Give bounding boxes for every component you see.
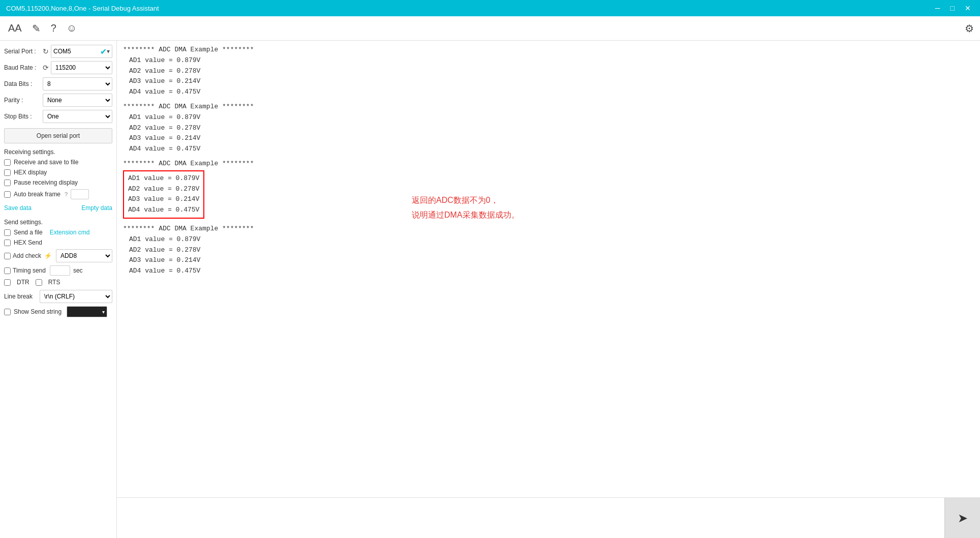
output-header-3: ******** ADC DMA Example ********: [123, 224, 974, 234]
maximize-button[interactable]: □: [947, 3, 958, 13]
parity-label: Parity :: [4, 97, 41, 104]
serial-port-value: COM5: [53, 48, 100, 55]
output-line: AD2 value = 0.278V: [123, 66, 974, 77]
dtr-rts-row: DTR RTS: [4, 279, 112, 286]
send-input[interactable]: [117, 498, 944, 538]
send-file-checkbox[interactable]: [4, 229, 11, 236]
parity-row: Parity : None: [4, 94, 112, 107]
output-line: AD4 value = 0.475V: [128, 205, 199, 216]
content-area: ******** ADC DMA Example ********AD1 val…: [117, 41, 980, 538]
color-selector[interactable]: ▾: [67, 306, 107, 317]
dtr-checkbox[interactable]: [4, 279, 11, 286]
baud-rate-label: Baud Rate :: [4, 64, 41, 71]
extension-cmd-link[interactable]: Extension cmd: [50, 229, 90, 236]
timing-send-row: Timing send 1.0 sec: [4, 265, 112, 276]
serial-port-row: Serial Port : ↻ COM5 ✔ ▾: [4, 45, 112, 58]
sidebar: Serial Port : ↻ COM5 ✔ ▾ Baud Rate : ⟳ 1…: [0, 41, 117, 538]
output-line: AD4 value = 0.475V: [123, 266, 974, 277]
line-break-row: Line break \r\n (CRLF): [4, 290, 112, 303]
close-button[interactable]: ✕: [962, 3, 974, 13]
output-line: AD1 value = 0.879V: [128, 173, 199, 184]
timing-value-input[interactable]: 1.0: [50, 265, 70, 276]
auto-break-frame-checkbox[interactable]: [4, 191, 11, 198]
auto-break-frame-label: Auto break frame: [14, 191, 60, 198]
stop-bits-select[interactable]: One: [43, 110, 112, 123]
receive-save-file-checkbox[interactable]: [4, 159, 11, 166]
output-block-0: ******** ADC DMA Example ********AD1 val…: [123, 45, 974, 98]
output-block-1: ******** ADC DMA Example ********AD1 val…: [123, 102, 974, 155]
edit-icon[interactable]: ✎: [30, 20, 43, 37]
output-line: AD4 value = 0.475V: [123, 144, 974, 155]
hex-send-checkbox[interactable]: [4, 240, 11, 246]
title-bar: COM5,115200,None,8,One - Serial Debug As…: [0, 0, 980, 16]
font-icon[interactable]: AA: [6, 20, 24, 36]
output-line: AD1 value = 0.879V: [123, 55, 974, 66]
output-line: AD1 value = 0.879V: [123, 112, 974, 123]
empty-data-link[interactable]: Empty data: [81, 204, 112, 212]
refresh-icon[interactable]: ↻: [43, 47, 49, 55]
receive-save-file-label: Receive and save to file: [14, 159, 78, 166]
auto-break-help-icon[interactable]: ?: [65, 191, 68, 197]
output-line: AD3 value = 0.214V: [123, 255, 974, 266]
send-file-label: Send a file: [14, 229, 43, 236]
output-line: AD1 value = 0.879V: [123, 234, 974, 245]
show-send-string-checkbox[interactable]: [4, 309, 11, 315]
data-bits-select[interactable]: 8: [43, 77, 112, 91]
show-send-string-row: Show Send string ▾: [4, 306, 112, 317]
parity-select[interactable]: None: [43, 94, 112, 107]
add-check-checkbox[interactable]: [4, 253, 11, 259]
toolbar-left: AA ✎ ? ☺: [6, 20, 79, 37]
hex-send-row: HEX Send: [4, 239, 112, 246]
output-block-3: ******** ADC DMA Example ********AD1 val…: [123, 224, 974, 277]
show-send-string-label: Show Send string: [14, 308, 62, 315]
add-check-select[interactable]: ADD8: [56, 249, 112, 262]
timing-send-checkbox[interactable]: [4, 267, 11, 274]
send-button[interactable]: ➤: [944, 498, 980, 538]
output-line: AD2 value = 0.278V: [123, 245, 974, 256]
send-area: ➤: [117, 497, 980, 538]
pause-receiving-checkbox[interactable]: [4, 180, 11, 186]
output-line: AD3 value = 0.214V: [128, 194, 199, 205]
stop-bits-row: Stop Bits : One: [4, 110, 112, 123]
rts-checkbox[interactable]: [36, 279, 42, 286]
pause-receiving-row: Pause receiving display: [4, 179, 112, 186]
pause-receiving-label: Pause receiving display: [14, 179, 78, 186]
send-settings-title: Send settings.: [4, 219, 112, 226]
open-serial-port-button[interactable]: Open serial port: [4, 128, 112, 143]
output-line: AD3 value = 0.214V: [123, 76, 974, 87]
help-icon[interactable]: ?: [49, 20, 58, 36]
data-bits-row: Data Bits : 8: [4, 77, 112, 91]
line-break-select[interactable]: \r\n (CRLF): [40, 290, 112, 303]
rts-label: RTS: [48, 279, 60, 286]
data-actions-row: Save data Empty data: [4, 204, 112, 212]
serial-port-control[interactable]: COM5 ✔ ▾: [51, 45, 112, 58]
output-block-2: ******** ADC DMA Example ********AD1 val…: [123, 159, 974, 220]
receive-save-file-row: Receive and save to file: [4, 159, 112, 166]
hex-display-checkbox[interactable]: [4, 169, 11, 176]
window-title: COM5,115200,None,8,One - Serial Debug As…: [6, 5, 159, 12]
frame-value-input[interactable]: 20: [71, 189, 89, 199]
output-line: AD4 value = 0.475V: [123, 87, 974, 98]
minimize-button[interactable]: ─: [932, 3, 943, 13]
highlighted-block: AD1 value = 0.879VAD2 value = 0.278VAD3 …: [123, 170, 204, 219]
data-bits-label: Data Bits :: [4, 80, 41, 87]
main-layout: Serial Port : ↻ COM5 ✔ ▾ Baud Rate : ⟳ 1…: [0, 41, 980, 538]
hex-display-label: HEX display: [14, 169, 47, 176]
baud-rate-row: Baud Rate : ⟳ 115200: [4, 61, 112, 74]
output-line: AD3 value = 0.214V: [123, 133, 974, 144]
window-controls: ─ □ ✕: [932, 3, 974, 13]
timing-send-label: Timing send: [13, 267, 46, 274]
emoji-icon[interactable]: ☺: [65, 20, 79, 36]
settings-icon[interactable]: ⚙: [965, 22, 974, 35]
port-dropdown-arrow[interactable]: ▾: [107, 48, 110, 55]
baud-rate-select[interactable]: 115200: [51, 61, 112, 74]
receiving-settings-title: Receiving settings.: [4, 148, 112, 156]
toolbar: AA ✎ ? ☺ ⚙: [0, 16, 980, 41]
add-check-row: Add check ⚡ ADD8: [4, 249, 112, 262]
sec-label: sec: [73, 267, 83, 274]
output-header-2: ******** ADC DMA Example ********: [123, 159, 974, 169]
serial-port-label: Serial Port :: [4, 48, 41, 55]
baud-rate-icon: ⟳: [43, 64, 49, 72]
auto-break-frame-row: Auto break frame ? 20: [4, 189, 112, 199]
save-data-link[interactable]: Save data: [4, 204, 32, 212]
